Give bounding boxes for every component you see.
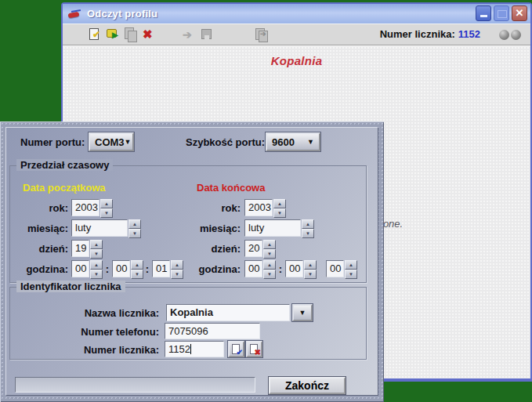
spinner-up-icon[interactable]: ▲ xyxy=(345,260,357,270)
spinner-buttons[interactable]: ▲▼ xyxy=(263,260,276,277)
chevron-down-icon: ▼ xyxy=(307,138,314,146)
spinner-buttons[interactable]: ▲▼ xyxy=(263,240,276,257)
export-profile-icon: ➔ xyxy=(255,27,269,42)
accept-meter-button[interactable]: ✔ xyxy=(228,341,244,357)
end-hour-value[interactable]: 00 xyxy=(244,260,262,277)
end-hour-spinner[interactable]: 00 ▲▼ xyxy=(244,260,276,277)
start-minute-value[interactable]: 00 xyxy=(112,260,130,277)
spinner-buttons[interactable]: ▲▼ xyxy=(100,199,113,216)
app-icon xyxy=(68,9,81,19)
spinner-down-icon[interactable]: ▼ xyxy=(128,229,141,238)
check-icon: ✔ xyxy=(237,348,243,357)
start-hour-label: godzina: xyxy=(10,263,68,275)
end-second-spinner[interactable]: 00 ▲▼ xyxy=(326,260,357,277)
start-minute-spinner[interactable]: 00 ▲▼ xyxy=(112,260,143,277)
spinner-down-icon[interactable]: ▼ xyxy=(345,270,357,279)
edit-profile-icon[interactable]: ✔ xyxy=(88,27,102,42)
spinner-buttons[interactable]: ▲▼ xyxy=(302,219,314,237)
meter-name-value: Kopalnia xyxy=(170,306,213,318)
spinner-buttons[interactable]: ▲▼ xyxy=(131,260,143,277)
start-month-value[interactable]: luty xyxy=(71,219,128,237)
spinner-up-icon[interactable]: ▲ xyxy=(100,199,113,208)
spinner-buttons[interactable]: ▲▼ xyxy=(90,240,103,257)
spinner-buttons[interactable]: ▲▼ xyxy=(345,260,357,277)
close-icon[interactable]: ✕ xyxy=(512,5,527,21)
spinner-down-icon[interactable]: ▼ xyxy=(131,270,143,279)
spinner-up-icon[interactable]: ▲ xyxy=(302,219,314,229)
status-led-left xyxy=(499,30,509,40)
end-date-heading: Data końcowa xyxy=(197,182,265,194)
time-range-group: Przedział czasowy Data początkowa Data k… xyxy=(9,165,367,283)
spinner-up-icon[interactable]: ▲ xyxy=(128,219,141,229)
chevron-down-icon: ▼ xyxy=(299,309,306,317)
start-year-spinner[interactable]: 2003 ▲▼ xyxy=(71,199,113,216)
meter-name-heading: Kopalnia xyxy=(63,54,530,67)
spinner-down-icon[interactable]: ▼ xyxy=(263,270,276,279)
spinner-buttons[interactable]: ▲▼ xyxy=(90,260,103,277)
end-hour-label: godzina: xyxy=(151,263,241,275)
end-month-value[interactable]: luty xyxy=(244,219,301,237)
start-date-heading: Data początkowa xyxy=(23,182,105,194)
speed-label: Szybkość portu: xyxy=(186,136,265,148)
start-day-spinner[interactable]: 19 ▲▼ xyxy=(71,240,103,257)
phone-number-label: Numer telefonu: xyxy=(42,326,159,338)
time-separator: : xyxy=(277,263,284,275)
spinner-buttons[interactable]: ▲▼ xyxy=(273,199,286,216)
spinner-up-icon[interactable]: ▲ xyxy=(131,260,143,270)
spinner-up-icon[interactable]: ▲ xyxy=(304,260,317,270)
start-hour-value[interactable]: 00 xyxy=(71,260,89,277)
end-day-value[interactable]: 20 xyxy=(244,240,262,257)
toolbar-meter-number: Numer licznika:1152 xyxy=(380,28,480,40)
progress-bar xyxy=(15,377,255,393)
port-combobox[interactable]: COM3 ▼ xyxy=(89,132,134,151)
spinner-down-icon[interactable]: ▼ xyxy=(304,270,317,279)
spinner-buttons[interactable]: ▲▼ xyxy=(128,219,141,237)
meter-name-combobox[interactable]: Kopalnia xyxy=(166,304,290,321)
start-day-value[interactable]: 19 xyxy=(71,240,89,257)
end-second-value[interactable]: 00 xyxy=(326,260,344,277)
phone-number-value: 7075096 xyxy=(168,325,208,337)
meter-number-label: Numer licznika: xyxy=(42,344,159,356)
spinner-down-icon[interactable]: ▼ xyxy=(100,208,113,218)
spinner-down-icon[interactable]: ▼ xyxy=(263,249,276,259)
end-month-label: miesiąc: xyxy=(151,223,241,234)
spinner-up-icon[interactable]: ▲ xyxy=(90,260,103,270)
spinner-buttons[interactable]: ▲▼ xyxy=(304,260,317,277)
spinner-up-icon[interactable]: ▲ xyxy=(90,240,103,249)
end-minute-spinner[interactable]: 00 ▲▼ xyxy=(285,260,317,277)
start-month-spinner[interactable]: luty ▲▼ xyxy=(71,219,141,237)
spinner-down-icon[interactable]: ▼ xyxy=(90,270,103,279)
start-year-value[interactable]: 2003 xyxy=(71,199,100,216)
read-profile-icon[interactable]: ▶ xyxy=(106,27,120,42)
spinner-down-icon[interactable]: ▼ xyxy=(302,229,314,238)
meter-name-dropdown-button[interactable]: ▼ xyxy=(292,304,313,321)
titlebar[interactable]: Odczyt profilu ✕ xyxy=(63,4,530,24)
phone-number-field[interactable]: 7075096 xyxy=(165,323,260,339)
desktop: Odczyt profilu ✕ ✔ ▶ ✖ ➔ xyxy=(0,0,532,402)
end-year-value[interactable]: 2003 xyxy=(244,199,273,216)
speed-combobox[interactable]: 9600 ▼ xyxy=(266,132,320,151)
meter-number-field[interactable]: 1152 xyxy=(165,341,224,357)
end-month-spinner[interactable]: luty ▲▼ xyxy=(244,219,314,237)
maximize-icon[interactable] xyxy=(494,5,509,21)
spinner-up-icon[interactable]: ▲ xyxy=(263,240,276,249)
spinner-up-icon[interactable]: ▲ xyxy=(263,260,276,270)
cancel-meter-button[interactable]: ✖ xyxy=(246,341,262,357)
end-year-label: rok: xyxy=(151,202,241,214)
start-hour-spinner[interactable]: 00 ▲▼ xyxy=(71,260,103,277)
copy-profile-icon xyxy=(124,27,138,42)
text-caret xyxy=(190,344,191,354)
end-day-spinner[interactable]: 20 ▲▼ xyxy=(244,240,276,257)
delete-profile-icon[interactable]: ✖ xyxy=(142,27,156,42)
end-year-spinner[interactable]: 2003 ▲▼ xyxy=(244,199,286,216)
chevron-down-icon: ▼ xyxy=(125,138,132,146)
window-title: Odczyt profilu xyxy=(87,8,157,20)
time-separator: : xyxy=(104,263,110,275)
spinner-down-icon[interactable]: ▼ xyxy=(90,249,103,259)
spinner-up-icon[interactable]: ▲ xyxy=(273,199,286,208)
end-minute-value[interactable]: 00 xyxy=(285,260,303,277)
minimize-icon[interactable] xyxy=(476,5,491,21)
finish-button[interactable]: Zakończ xyxy=(269,377,346,394)
meter-id-group: Identyfikator licznika Nazwa licznika: K… xyxy=(9,287,367,360)
spinner-down-icon[interactable]: ▼ xyxy=(273,208,286,218)
